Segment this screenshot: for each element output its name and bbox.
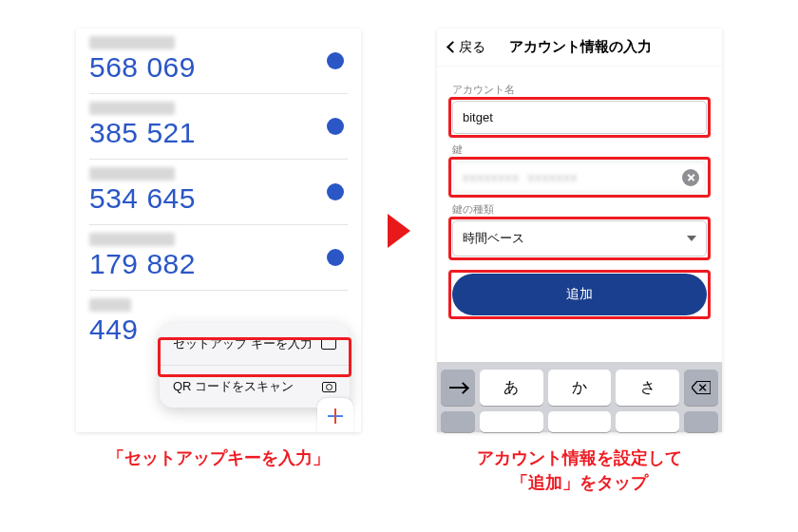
account-name-blur xyxy=(89,36,175,49)
otp-code: 385 521 xyxy=(89,117,348,149)
otp-code: 534 645 xyxy=(89,182,348,215)
kana-key[interactable]: あ xyxy=(480,370,543,406)
key-stub[interactable] xyxy=(684,411,718,432)
keyboard-icon xyxy=(321,338,336,350)
label-account: アカウント名 xyxy=(452,84,707,97)
clear-icon[interactable] xyxy=(682,169,699,186)
key-stub[interactable] xyxy=(548,411,612,432)
timer-icon xyxy=(327,52,344,69)
add-button[interactable] xyxy=(317,398,353,432)
account-name-blur xyxy=(89,233,175,246)
key-type-select[interactable]: 時間ベース xyxy=(452,220,707,256)
key-input[interactable]: xxxxxxxx xxxxxxx xyxy=(452,161,707,194)
caption-left: 「セットアップキーを入力」 xyxy=(76,446,361,470)
plus-icon xyxy=(328,408,343,424)
otp-code: 179 882 xyxy=(89,248,348,280)
add-menu-popup: セットアップ キーを入力 QR コードをスキャン xyxy=(160,323,350,408)
chevron-down-icon xyxy=(687,236,696,241)
kana-key[interactable]: か xyxy=(548,370,612,406)
key-backspace[interactable] xyxy=(684,370,718,406)
code-row[interactable]: 179 882 xyxy=(89,225,348,291)
camera-icon xyxy=(322,382,336,392)
keyboard: あ か さ xyxy=(437,362,722,432)
menu-enter-setup-key[interactable]: セットアップ キーを入力 xyxy=(160,323,350,366)
arrow-right-icon xyxy=(388,214,410,248)
code-row[interactable]: 568 069 xyxy=(89,28,348,94)
add-button[interactable]: 追加 xyxy=(452,274,707,315)
menu-label: QR コードをスキャン xyxy=(173,378,294,395)
key-next[interactable] xyxy=(441,370,475,406)
navbar: 戻る アカウント情報の入力 xyxy=(437,28,722,66)
timer-icon xyxy=(327,183,344,200)
label-key: 鍵 xyxy=(452,143,707,157)
flow-arrow xyxy=(388,28,410,432)
page-title: アカウント情報の入力 xyxy=(449,38,711,56)
arrow-right-icon xyxy=(449,387,466,389)
key-stub[interactable] xyxy=(480,411,543,432)
backspace-icon xyxy=(692,381,711,394)
key-stub[interactable] xyxy=(441,411,475,432)
code-row[interactable]: 385 521 xyxy=(89,94,348,160)
account-name-blur xyxy=(89,298,131,312)
account-name-blur xyxy=(89,102,175,115)
key-stub[interactable] xyxy=(616,411,679,432)
account-entry-screen: 戻る アカウント情報の入力 アカウント名 鍵 xxxxxxxx xxxxxxx … xyxy=(437,28,722,432)
select-value: 時間ベース xyxy=(463,230,524,247)
authenticator-screen: 568 069 385 521 534 645 179 882 xyxy=(76,28,361,432)
caption-right: アカウント情報を設定して 「追加」をタップ xyxy=(437,446,722,495)
label-type: 鍵の種類 xyxy=(452,203,707,217)
kana-key[interactable]: さ xyxy=(616,370,679,406)
timer-icon xyxy=(327,249,344,266)
code-row[interactable]: 534 645 xyxy=(89,160,348,225)
timer-icon xyxy=(327,118,344,135)
account-name-blur xyxy=(89,167,175,180)
otp-code: 568 069 xyxy=(89,51,348,84)
account-name-input[interactable] xyxy=(452,101,707,134)
menu-label: セットアップ キーを入力 xyxy=(173,335,313,352)
